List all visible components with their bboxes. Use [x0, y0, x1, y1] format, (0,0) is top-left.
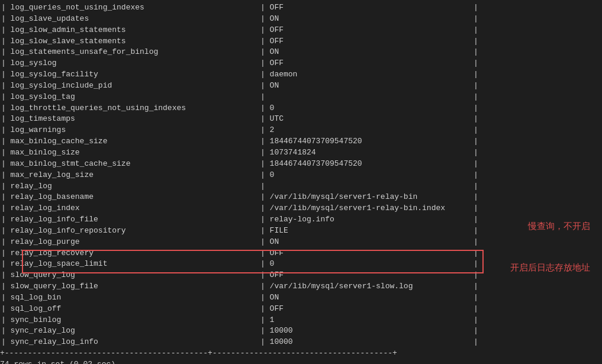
table-row: | log_throttle_queries_not_using_indexes… — [0, 103, 602, 114]
table-row: | log_timestamps | UTC | — [0, 114, 602, 125]
table-row: | log_warnings | 2 | — [0, 125, 602, 136]
row-count: 74 rows in set (0.02 sec) — [0, 359, 602, 364]
table-row: | log_slow_admin_statements | OFF | — [0, 25, 602, 36]
table-row: | sync_binlog | 1 | — [0, 315, 602, 326]
table-row: | relay_log_basename | /var/lib/mysql/se… — [0, 192, 602, 203]
table-row: | log_queries_not_using_indexes | OFF | — [0, 2, 602, 14]
slow-query-log-file-row: | slow_query_log_file | /var/lib/mysql/s… — [0, 281, 602, 292]
table-row: | log_statements_unsafe_for_binlog | ON … — [0, 47, 602, 58]
table-row: | log_syslog_tag | | — [0, 92, 602, 103]
slow-query-annotation: 慢查询，不开启 — [528, 221, 590, 232]
table-row: | max_binlog_size | 1073741824 | — [0, 147, 602, 159]
table-row: | log_syslog_include_pid | ON | — [0, 80, 602, 92]
table-row: | log_syslog | OFF | — [0, 58, 602, 69]
table-row: | relay_log_info_repository | FILE | — [0, 226, 602, 237]
table-row: | relay_log_index | /var/lib/mysql/serve… — [0, 203, 602, 214]
table-row: | log_slave_updates | ON | — [0, 14, 602, 25]
table-row: | log_slow_slave_statements | OFF | — [0, 36, 602, 47]
separator-row: +---------------------------------------… — [0, 348, 602, 359]
table-row: | log_syslog_facility | daemon | — [0, 69, 602, 80]
table-row: | sync_relay_log | 10000 | — [0, 326, 602, 337]
table-row: | max_relay_log_size | 0 | — [0, 170, 602, 181]
table-row: | sql_log_bin | ON | — [0, 292, 602, 304]
table-row: | relay_log_purge | ON | — [0, 237, 602, 248]
terminal: | log_queries_not_using_indexes | OFF | … — [0, 0, 602, 364]
table-row: | max_binlog_cache_size | 18446744073709… — [0, 136, 602, 147]
path-annotation: 开启后日志存放地址 — [510, 262, 590, 273]
table-row: | max_binlog_stmt_cache_size | 184467440… — [0, 159, 602, 170]
table-row: | relay_log_recovery | OFF | — [0, 248, 602, 259]
table-row: | relay_log_info_file | relay-log.info | — [0, 214, 602, 226]
table-row: | sql_log_off | OFF | — [0, 304, 602, 315]
table-row: | sync_relay_log_info | 10000 | — [0, 337, 602, 348]
table-row: | relay_log | | — [0, 181, 602, 192]
